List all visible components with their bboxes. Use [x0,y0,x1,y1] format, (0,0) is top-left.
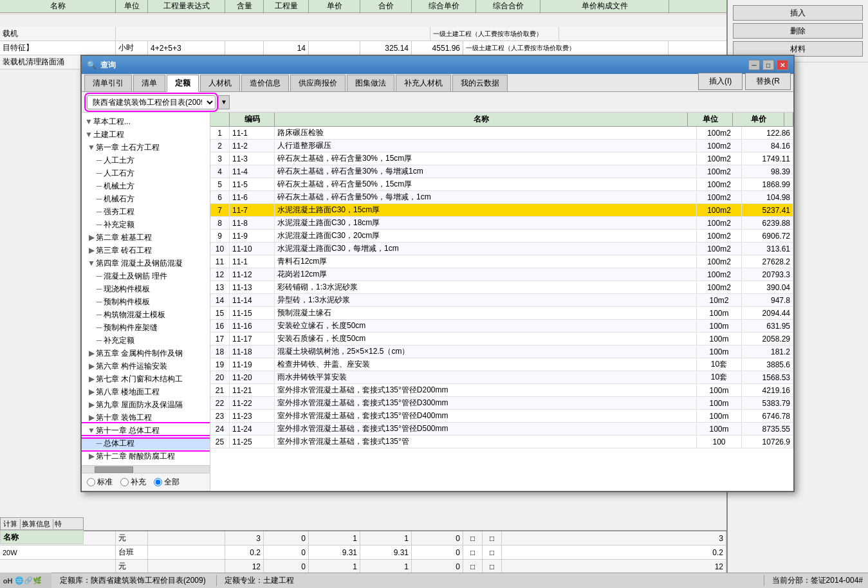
tree-node-ch10[interactable]: ▶ 第十章 装饰工程 [82,411,210,424]
bottom-row-1: 元 3 0 1 1 0 □ □ 3 [0,531,726,546]
tree-node-ch11[interactable]: ▼ 第十一章 总体工程 [82,424,210,437]
table-row[interactable]: 1511-15预制混凝土缘石100m2094.44 [210,307,793,320]
table-row[interactable]: 1611-16安装砼立缘石，长度50cm100m631.95 [210,320,793,333]
tree-node-labor-rock[interactable]: ─ 人工石方 [82,167,210,179]
table-row[interactable]: 2011-20雨水井铸铁平算安装10套1568.53 [210,371,793,384]
tree-radio-row: 标准 补充 全部 [82,473,210,491]
table-row[interactable]: 1711-17安装石质缘石，长度50cm100m2058.29 [210,333,793,345]
dialog-title-text: 查询 [100,60,116,71]
tree-node-precast-form[interactable]: ─ 预制构件模板 [82,295,210,308]
col-price-file: 单价构成文件 [540,0,669,12]
tree-node-grass[interactable]: ▼ 草本工程... [82,115,210,128]
convert-label[interactable]: 换算信息 [22,519,53,529]
table-body: 111-1路床碾压检验100m2122.86211-2人行道整形碾压100m28… [210,127,793,491]
table-row[interactable]: 311-3碎石灰土基础，碎石含量30%，15cm厚100m21749.11 [210,152,793,165]
tab-quota[interactable]: 定额 [167,75,199,92]
minimize-button[interactable]: ─ [748,60,760,70]
tab-list[interactable]: 清单 [133,75,165,91]
col-price-h: 单价 [733,113,784,126]
tree-node-ch2[interactable]: ▶ 第二章 桩基工程 [82,231,210,244]
calc-name-header: 名称 [0,530,84,544]
tree-node-ch6[interactable]: ▶ 第六章 构件运输安装 [82,360,210,372]
tree-node-ch1[interactable]: ▼ 第一章 土石方工程 [82,141,210,154]
table-row[interactable]: 611-6碎石灰土基础，碎石含量50%，每增减，1cm100m2104.98 [210,191,793,204]
table-row[interactable]: 2311-23室外排水管混凝土基础，套接式135°管径D400mm100m674… [210,410,793,423]
tree-node-ch9[interactable]: ▶ 第九章 屋面防水及保温隔 [82,398,210,411]
table-row[interactable]: 2111-21室外排水管混凝土基础，套接式135°管径D200mm100m421… [210,384,793,397]
table-row[interactable]: 1211-12花岗岩12cm厚100m220793.3 [210,268,793,281]
tree-node-ch5[interactable]: ▶ 第五章 金属构件制作及钢 [82,347,210,360]
tree-node-mech-earth[interactable]: ─ 机械土方 [82,179,210,192]
table-row[interactable]: 411-4碎石灰土基础，碎石含量30%，每增减1cm100m298.39 [210,165,793,178]
table-row[interactable]: 911-9水泥混凝土路面C30，20cm厚100m26906.72 [210,230,793,243]
right-panel-buttons: 插入 删除 材料 [728,3,868,59]
radio-standard[interactable]: 标准 [87,477,113,488]
table-row[interactable]: 511-5碎石灰土基础，碎石含量50%，15cm厚100m21868.99 [210,178,793,191]
table-row[interactable]: 211-2人行道整形碾压100m284.16 [210,140,793,152]
dialog-insert-button[interactable]: 插入(I) [698,73,743,90]
col-name: 名称 [0,0,116,12]
tree-node-supplement-1[interactable]: ─ 补充定额 [82,218,210,231]
col-unit: 单位 [116,0,148,12]
special-label[interactable]: 特 [55,519,62,529]
tree-node-ch12[interactable]: ▶ 第十二章 耐酸防腐工程 [82,450,210,463]
col-comp-total: 综合合价 [476,0,540,12]
tree-node-ch4[interactable]: ▼ 第四章 混凝土及钢筋混凝 [82,257,210,270]
table-row[interactable]: 1811-18混凝土块砌筑树池，25×5×12.5（cm）100m181.2 [210,345,793,358]
tab-list-guide[interactable]: 清单引引 [84,75,132,91]
tree-node-cast-form[interactable]: ─ 现浇构件模板 [82,282,210,295]
tree-node-labor-earth[interactable]: ─ 人工土方 [82,154,210,167]
tree-hscrollbar-thumb[interactable] [95,466,133,473]
radio-supplement[interactable]: 补充 [120,477,146,488]
price-table-select[interactable]: 陕西省建筑装饰工程价目表(2009) [87,95,216,109]
table-row[interactable]: 1311-13彩砖铺砌，1:3水泥砂浆100m2390.04 [210,281,793,294]
tree-node-precast-support[interactable]: ─ 预制构件座架缝 [82,321,210,334]
col-comp-unit: 综合单价 [412,0,476,12]
tree-node-mech-rock[interactable]: ─ 机械石方 [82,192,210,205]
price-table-dropdown-area: 陕西省建筑装饰工程价目表(2009) ▼ [87,95,230,109]
query-dialog: 🔍 查询 ─ □ ✕ 清单引引 清单 定额 人材机 造价信息 供应商报价 图集做… [80,55,795,492]
status-quota-type: 定额专业：土建工程 [216,575,294,586]
tab-supplier[interactable]: 供应商报价 [290,75,346,91]
calc-label[interactable]: 计算 [3,519,21,529]
tab-price-info[interactable]: 造价信息 [241,75,289,91]
table-row[interactable]: 2411-24室外排水管混凝土基础，套接式135°管径D500mm100m873… [210,423,793,436]
dialog-toolbar: 陕西省建筑装饰工程价目表(2009) ▼ [82,92,793,113]
table-row[interactable]: 1411-14异型砖，1:3水泥砂浆10m2947.8 [210,294,793,307]
tab-labor[interactable]: 人材机 [200,75,240,91]
dialog-replace-button[interactable]: 替换(R [745,73,791,90]
insert-button[interactable]: 插入 [733,5,863,21]
tree-node-compaction[interactable]: ─ 强夯工程 [82,205,210,218]
tree-expander: ▼ [84,116,93,127]
col-expr: 工程量表达式 [148,0,225,12]
dialog-body: ▼ 草本工程... ▼ 土建工程 ▼ 第一章 土石方工程 ─ 人工土方 ─ [82,113,793,491]
table-row[interactable]: 2511-25室外排水管混凝土基础，套接式135°管10010726.9 [210,436,793,448]
tab-supplement[interactable]: 补充人材机 [396,75,451,91]
tree-node-general[interactable]: ─ 总体工程 [82,437,210,450]
oh-label: oH [0,574,15,588]
table-row[interactable]: 111-1路床碾压检验100m2122.86 [210,127,793,140]
close-button[interactable]: ✕ [777,60,788,70]
tab-atlas[interactable]: 图集做法 [347,75,394,91]
tree-node-civil[interactable]: ▼ 土建工程 [82,128,210,141]
table-row[interactable]: 1911-19检查井铸铁、井盖、座安装10套3885.6 [210,358,793,371]
tree-node-ch8[interactable]: ▶ 第八章 楼地面工程 [82,385,210,398]
tree-node-ch7[interactable]: ▶ 第七章 木门窗和木结构工 [82,372,210,385]
radio-all[interactable]: 全部 [154,477,180,488]
table-row[interactable]: 2211-22室外排水管混凝土基础，套接式135°管径D300mm100m538… [210,397,793,410]
tree-hscrollbar[interactable] [82,465,210,473]
table-row[interactable]: 1011-10水泥混凝土路面C30，每增减，1cm100m2313.61 [210,243,793,255]
table-row[interactable]: 1111-1青料石12cm厚100m227628.2 [210,255,793,268]
tree-node-struct-form[interactable]: ─ 构筑物混凝土模板 [82,308,210,321]
dropdown-arrow-icon[interactable]: ▼ [218,95,230,109]
restore-button[interactable]: □ [762,60,774,70]
tree-node-ch3[interactable]: ▶ 第三章 砖石工程 [82,244,210,257]
tree-node-supplement-4[interactable]: ─ 补充定额 [82,334,210,347]
status-quota-lib: 定额库：陕西省建筑装饰工程价目表(2009) [60,575,206,586]
table-row[interactable]: 711-7水泥混凝土路面C30，15cm厚100m25237.41 [210,204,793,217]
tab-cloud[interactable]: 我的云数据 [452,75,508,91]
table-row[interactable]: 811-8水泥混凝土路面C30，18cm厚100m26239.88 [210,217,793,230]
tree-node-concrete-rebar[interactable]: ─ 混凝土及钢筋 理件 [82,270,210,282]
col-qty: 工程量 [264,0,309,12]
delete-button[interactable]: 删除 [733,23,863,39]
